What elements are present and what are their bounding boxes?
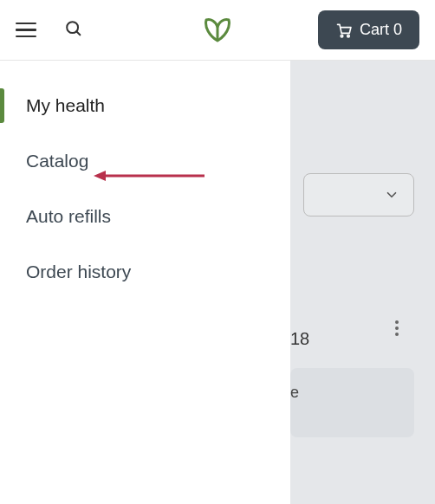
brand-logo-icon[interactable] — [200, 11, 235, 49]
content-card[interactable]: e — [290, 368, 414, 437]
search-icon[interactable] — [64, 19, 83, 42]
sidebar-navigation: My health Catalog Auto refills Order his… — [0, 61, 290, 504]
cart-icon — [335, 22, 353, 39]
sidebar-item-auto-refills[interactable]: Auto refills — [0, 189, 290, 244]
sidebar-item-catalog[interactable]: Catalog — [0, 133, 290, 189]
sidebar-item-order-history[interactable]: Order history — [0, 244, 290, 300]
cart-button[interactable]: Cart 0 — [318, 10, 419, 49]
sidebar-item-label: Catalog — [26, 151, 88, 171]
app-header: Cart 0 — [0, 0, 435, 61]
sidebar-item-my-health[interactable]: My health — [0, 78, 290, 133]
dropdown-select[interactable] — [303, 173, 414, 216]
svg-line-1 — [76, 31, 80, 35]
svg-point-2 — [341, 35, 343, 36]
hamburger-menu-icon[interactable] — [16, 20, 36, 41]
kebab-menu-icon[interactable] — [385, 316, 409, 340]
partial-date-text: 18 — [290, 329, 309, 349]
card-partial-text: e — [290, 384, 299, 401]
cart-label: Cart 0 — [360, 21, 402, 39]
chevron-down-icon — [384, 187, 399, 203]
sidebar-item-label: Order history — [26, 262, 131, 281]
sidebar-item-label: My health — [26, 95, 105, 115]
svg-point-3 — [347, 35, 350, 36]
sidebar-item-label: Auto refills — [26, 206, 111, 226]
